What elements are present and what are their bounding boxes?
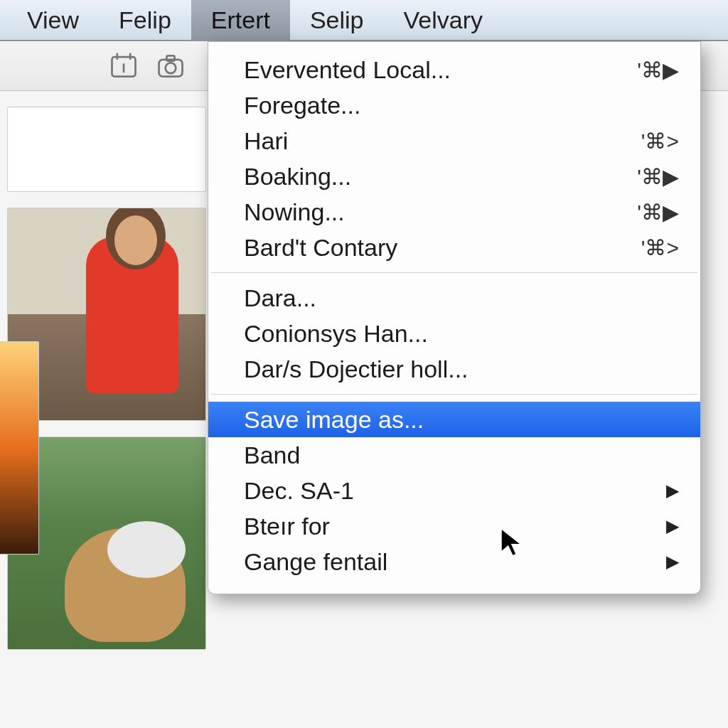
menu-item-label: Boaking... — [244, 163, 351, 191]
menu-item-bardt[interactable]: Bard't Contary '⌘> — [208, 230, 700, 265]
menu-item-label: Gange fentail — [244, 548, 387, 576]
menu-item-nowing[interactable]: Nowing... '⌘▶ — [208, 194, 700, 230]
submenu-arrow-icon: ▶ — [666, 552, 679, 572]
menu-shortcut: '⌘▶ — [637, 164, 679, 189]
menubar-item-selip[interactable]: Selip — [290, 0, 384, 41]
menubar-item-velvary[interactable]: Velvary — [384, 0, 503, 41]
submenu-arrow-icon: ▶ — [666, 516, 679, 536]
thumbnail-blank[interactable] — [7, 107, 206, 192]
menu-separator — [211, 272, 697, 273]
menu-item-evervented[interactable]: Evervented Local... '⌘▶ — [208, 52, 700, 87]
menubar: View Felip Ertert Selip Velvary — [0, 0, 728, 41]
menubar-item-view[interactable]: View — [7, 0, 99, 41]
menu-item-bteir[interactable]: Bteır for ▶ — [208, 508, 700, 544]
menu-item-save-image-as[interactable]: Save image as... — [208, 402, 700, 437]
menu-item-conionsys[interactable]: Conionsys Han... — [208, 316, 700, 351]
menu-item-foregate[interactable]: Foregate... — [208, 87, 700, 123]
thumbnail-sunset[interactable] — [0, 341, 39, 555]
menu-item-label: Dec. SA-1 — [244, 477, 354, 505]
menubar-item-felip[interactable]: Felip — [99, 0, 191, 41]
menu-item-label: Bteır for — [244, 513, 330, 540]
menubar-item-ertert[interactable]: Ertert — [191, 0, 290, 41]
menu-item-label: Nowing... — [244, 198, 345, 226]
svg-point-5 — [166, 63, 176, 73]
menu-item-label: Bard't Contary — [244, 234, 397, 262]
menu-item-label: Band — [244, 441, 300, 469]
menu-shortcut: '⌘> — [641, 235, 679, 260]
menu-item-boaking[interactable]: Boaking... '⌘▶ — [208, 159, 700, 194]
menu-item-band[interactable]: Band — [208, 437, 700, 473]
submenu-arrow-icon: ▶ — [666, 481, 679, 500]
menu-separator — [211, 394, 697, 395]
menu-item-dec-sa1[interactable]: Dec. SA-1 ▶ — [208, 473, 700, 508]
menu-item-dara[interactable]: Dara... — [208, 280, 700, 316]
menu-shortcut: '⌘▶ — [637, 58, 679, 82]
svg-rect-6 — [167, 55, 175, 60]
menu-item-label: Dara... — [244, 284, 316, 312]
menu-shortcut: '⌘> — [641, 129, 679, 154]
menu-item-label: Conionsys Han... — [244, 320, 428, 348]
menu-item-dars[interactable]: Dar/s Dojectier holl... — [208, 351, 700, 387]
menu-item-label: Evervented Local... — [244, 56, 451, 84]
menu-item-label: Dar/s Dojectier holl... — [244, 355, 469, 383]
menu-item-label: Save image as... — [244, 406, 424, 434]
menu-item-label: Foregate... — [244, 92, 360, 119]
menu-shortcut: '⌘▶ — [637, 200, 679, 225]
calendar-icon[interactable] — [107, 49, 141, 83]
menu-item-hari[interactable]: Hari '⌘> — [208, 123, 700, 159]
dropdown-menu: Evervented Local... '⌘▶ Foregate... Hari… — [208, 41, 701, 594]
camera-icon[interactable] — [154, 49, 188, 83]
menu-item-label: Hari — [244, 127, 288, 155]
menu-item-gange[interactable]: Gange fentail ▶ — [208, 544, 700, 579]
